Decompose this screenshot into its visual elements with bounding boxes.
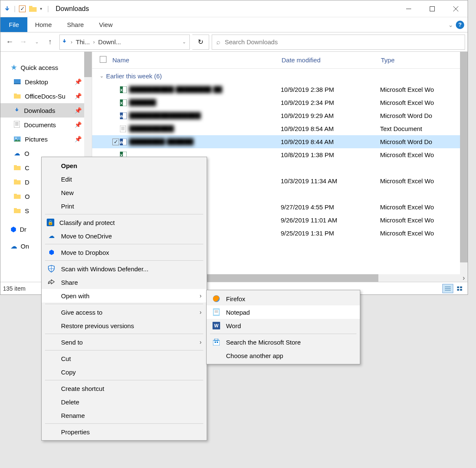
column-type[interactable]: Type [381,56,468,64]
nav-pictures[interactable]: Pictures 📌 [0,132,92,146]
back-button[interactable]: ← [5,37,15,47]
chevron-right-icon[interactable]: › [91,39,96,45]
breadcrumb-segment[interactable]: Downl... [98,38,121,45]
column-name[interactable]: Name [112,56,282,64]
breadcrumb-segment[interactable]: Thi... [76,38,90,45]
ctx-delete[interactable]: Delete [42,395,207,409]
ctx-send-to[interactable]: Send to› [42,335,207,349]
onedrive-icon: ☁ [14,150,20,157]
file-name: ████████████████ [129,112,281,119]
nav-label: D [25,179,29,186]
ctx-new[interactable]: New [42,186,207,199]
nav-officedocs[interactable]: OfficeDocs-Su 📌 [0,89,92,103]
select-all-checkbox[interactable] [100,56,106,63]
ctx-copy[interactable]: Copy [42,365,207,379]
forward-button[interactable]: → [18,37,28,47]
nav-label: Dr [20,226,27,233]
menu-label: Share [61,279,202,286]
menu-label: Rename [61,412,202,419]
help-button[interactable]: ? [456,21,464,29]
share-tab[interactable]: Share [59,17,91,32]
menu-separator [45,260,203,261]
ctx-print[interactable]: Print [42,199,207,213]
nav-documents[interactable]: Documents 📌 [0,118,92,132]
ctx-edit[interactable]: Edit [42,172,207,186]
file-date: 9/26/2019 11:01 AM [281,217,380,224]
file-row[interactable]: X██████████ ████████ ██10/9/2019 2:38 PM… [92,83,468,96]
group-label: Earlier this week (6) [106,72,162,80]
svg-text:W: W [120,140,123,144]
scrollbar-thumb[interactable] [460,52,468,262]
qat-checkbox-icon[interactable] [19,5,26,12]
group-header[interactable]: ⌄ Earlier this week (6) [92,69,468,83]
file-type: Microsoft Excel Wo [380,177,468,185]
ctx-cut[interactable]: Cut [42,352,207,365]
ctx-shortcut[interactable]: Create shortcut [42,382,207,395]
chevron-right-icon: › [199,339,202,345]
submenu-word[interactable]: WWord [207,319,360,332]
ctx-properties[interactable]: Properties [42,425,207,439]
row-checkbox[interactable] [112,139,119,145]
view-tab[interactable]: View [91,17,120,32]
ctx-rename[interactable]: Rename [42,409,207,422]
thumbnails-view-button[interactable] [454,284,465,293]
ctx-defender[interactable]: Scan with Windows Defender... [42,262,207,275]
menu-label: Delete [61,398,202,406]
home-tab[interactable]: Home [27,17,59,32]
ctx-classify[interactable]: 🔒Classify and protect [42,216,207,229]
column-date[interactable]: Date modified [282,56,381,64]
file-row[interactable]: X██████10/9/2019 2:34 PMMicrosoft Excel … [92,96,468,109]
breadcrumb-bar[interactable]: › Thi... › Downl... ⌄ [59,35,190,50]
file-row[interactable]: W████████████████10/9/2019 9:29 AMMicros… [92,109,468,122]
recent-dropdown[interactable]: ⌄ [32,37,42,47]
file-tab[interactable]: File [0,17,27,32]
close-button[interactable] [444,0,468,17]
ctx-give-access[interactable]: Give access to› [42,305,207,319]
menu-separator [210,334,356,334]
ctx-restore[interactable]: Restore previous versions [42,319,207,332]
refresh-button[interactable]: ↻ [192,35,209,50]
ribbon-collapse-icon[interactable]: ⌄ [448,21,453,28]
menu-separator [45,244,203,244]
ctx-open[interactable]: Open [42,159,207,172]
submenu-notepad[interactable]: Notepad [207,305,360,319]
menu-separator [45,423,203,424]
svg-rect-10 [14,121,20,128]
svg-rect-73 [215,342,216,343]
submenu-firefox[interactable]: Firefox [207,292,360,305]
scroll-right-arrow[interactable]: › [460,274,468,282]
submenu-choose[interactable]: Choose another app [207,349,360,362]
breadcrumb-dropdown[interactable]: ⌄ [181,39,188,45]
svg-point-15 [16,137,17,139]
nav-desktop[interactable]: Desktop 📌 [0,75,92,89]
chevron-right-icon[interactable]: › [69,39,74,45]
file-date: 10/9/2019 8:54 AM [281,125,380,132]
nav-downloads[interactable]: Downloads 📌 [0,103,92,118]
qat-dropdown-icon[interactable]: ▾ [40,6,42,11]
file-row[interactable]: W████████ ██████10/9/2019 8:44 AMMicroso… [92,135,468,148]
up-button[interactable]: ↑ [45,37,55,47]
column-label: Name [112,56,129,64]
file-row[interactable]: ██████████10/9/2019 8:54 AMText Document [92,122,468,135]
details-view-button[interactable] [442,284,453,293]
nav-quick-access[interactable]: ★ Quick access [0,60,92,75]
folder-icon [29,6,37,12]
separator: | [47,5,49,13]
dropbox-icon: ⬢ [47,249,56,256]
maximize-button[interactable] [420,0,444,17]
ctx-onedrive[interactable]: ☁Move to OneDrive [42,229,207,243]
scrollbar-thumb[interactable] [84,52,92,77]
ctx-open-with[interactable]: Open with› [42,289,207,302]
search-box[interactable]: ⌕ [212,35,465,50]
content-scrollbar[interactable] [460,52,468,282]
ctx-share[interactable]: Share [42,275,207,289]
address-bar: ← → ⌄ ↑ › Thi... › Downl... ⌄ ↻ ⌕ [0,32,468,52]
svg-text:W: W [214,323,219,328]
minimize-button[interactable] [397,0,420,17]
search-input[interactable] [225,38,460,45]
nav-buttons: ← → ⌄ ↑ [3,37,57,47]
submenu-store[interactable]: Search the Microsoft Store [207,335,360,349]
ctx-dropbox[interactable]: ⬢Move to Dropbox [42,246,207,259]
file-date: 9/27/2019 4:55 PM [281,203,380,211]
nav-label: C [25,164,29,171]
